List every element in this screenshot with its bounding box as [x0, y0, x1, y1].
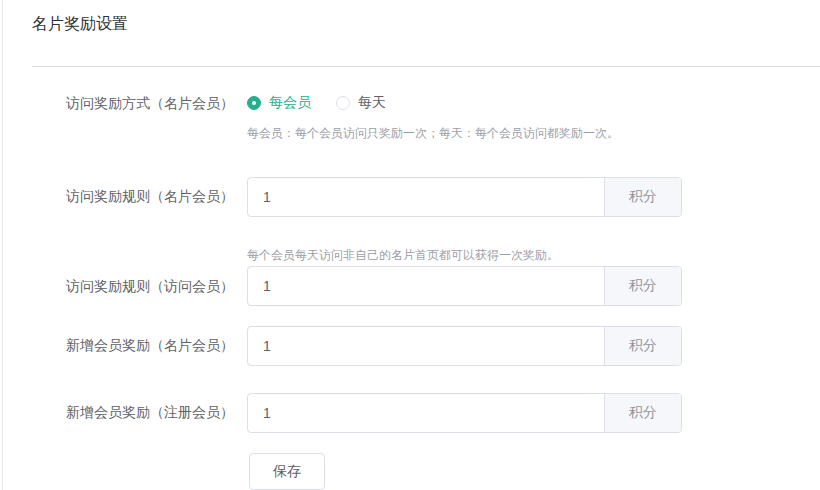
visit-rule-card-input[interactable]: [248, 178, 604, 216]
new-member-card-input-group: 积分: [247, 326, 682, 366]
radio-per-member[interactable]: 每会员: [247, 94, 311, 112]
visit-rule-visitor-input[interactable]: [248, 267, 604, 305]
form-row-new-member-card: 新增会员奖励（名片会员） 积分: [32, 326, 820, 366]
new-member-card-input[interactable]: [248, 327, 604, 365]
new-member-card-unit: 积分: [604, 327, 681, 365]
form-row-visit-rule-visitor: 访问奖励规则（访问会员） 每个会员每天访问非自己的名片首页都可以获得一次奖励。 …: [32, 247, 820, 306]
new-member-register-label: 新增会员奖励（注册会员）: [32, 404, 247, 422]
reward-mode-label: 访问奖励方式（名片会员）: [32, 94, 247, 112]
radio-per-member-label: 每会员: [269, 94, 311, 112]
page-title: 名片奖励设置: [32, 14, 820, 34]
form-row-reward-mode: 访问奖励方式（名片会员） 每会员 每天 每会员：每个会员访问只奖励一次；每天：每…: [32, 94, 820, 142]
visit-rule-visitor-control: 每个会员每天访问非自己的名片首页都可以获得一次奖励。 积分: [247, 247, 682, 306]
new-member-card-label: 新增会员奖励（名片会员）: [32, 337, 247, 355]
new-member-register-unit: 积分: [604, 394, 681, 432]
new-member-register-input[interactable]: [248, 394, 604, 432]
visit-rule-visitor-tip-text: 每个会员每天访问非自己的名片首页都可以获得一次奖励。: [247, 247, 682, 264]
form-row-new-member-register: 新增会员奖励（注册会员） 积分: [32, 393, 820, 433]
form-row-visit-rule-card: 访问奖励规则（名片会员） 积分: [32, 177, 820, 217]
settings-panel: 名片奖励设置 访问奖励方式（名片会员） 每会员 每天 每会员：每个会员访问只奖励…: [2, 0, 820, 490]
visit-rule-visitor-input-group: 积分: [247, 266, 682, 306]
visit-rule-card-input-group: 积分: [247, 177, 682, 217]
reward-settings-form: 访问奖励方式（名片会员） 每会员 每天 每会员：每个会员访问只奖励一次；每天：每…: [32, 67, 820, 490]
visit-rule-card-unit: 积分: [604, 178, 681, 216]
radio-selected-icon: [247, 96, 261, 110]
visit-rule-visitor-unit: 积分: [604, 267, 681, 305]
reward-mode-radio-group: 每会员 每天: [247, 94, 619, 112]
form-row-save: 保存: [32, 453, 820, 490]
visit-rule-card-label: 访问奖励规则（名片会员）: [32, 188, 247, 206]
radio-per-day[interactable]: 每天: [336, 94, 386, 112]
visit-rule-visitor-label: 访问奖励规则（访问会员）: [32, 266, 247, 306]
radio-unselected-icon: [336, 96, 350, 110]
new-member-register-input-group: 积分: [247, 393, 682, 433]
radio-per-day-label: 每天: [358, 94, 386, 112]
save-button[interactable]: 保存: [249, 453, 325, 490]
reward-mode-helper-text: 每会员：每个会员访问只奖励一次；每天：每个会员访问都奖励一次。: [247, 125, 619, 142]
reward-mode-control: 每会员 每天 每会员：每个会员访问只奖励一次；每天：每个会员访问都奖励一次。: [247, 94, 619, 142]
